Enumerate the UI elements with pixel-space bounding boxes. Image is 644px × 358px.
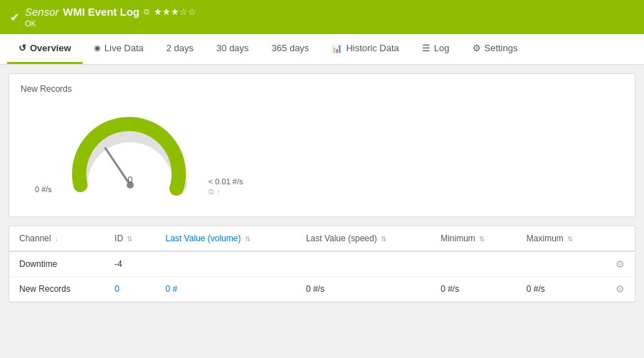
data-table-card: Channel ↓ ID ⇅ Last Value (volume) ⇅ Las…: [9, 226, 635, 302]
sensor-label: Sensor: [25, 6, 59, 18]
gauge-right-value: < 0.01 #/s: [208, 177, 243, 186]
sort-min-icon: ⇅: [479, 235, 485, 243]
col-last-value-speed[interactable]: Last Value (speed) ⇅: [296, 226, 431, 251]
tab-live-data[interactable]: ◉ Live Data: [83, 34, 155, 64]
cell-id-0: -4: [105, 251, 156, 277]
sort-vol-icon: ⇅: [245, 235, 250, 243]
gauge-wrapper: 0: [66, 107, 194, 199]
gear-icon-1[interactable]: ⚙: [616, 283, 625, 295]
gauge-right-icons: ⧉ ↑: [208, 187, 243, 196]
table-row: Downtime -4 ⚙: [9, 251, 635, 277]
tab-30days[interactable]: 30 days: [205, 34, 260, 64]
tab-2days[interactable]: 2 days: [155, 34, 205, 64]
link-icon[interactable]: ⧉: [144, 7, 149, 16]
page-header: ✔ Sensor WMI Event Log ⧉ ★★★☆☆ OK: [0, 0, 644, 34]
gauge-right-info: < 0.01 #/s ⧉ ↑: [208, 177, 243, 199]
star-rating[interactable]: ★★★☆☆: [154, 6, 196, 17]
tab-live-data-label: Live Data: [105, 43, 144, 53]
tab-historic-data-label: Historic Data: [346, 43, 398, 53]
gauge-svg: [66, 107, 194, 199]
cell-id-1: 0: [105, 277, 156, 302]
cell-max-1: 0 #/s: [517, 277, 606, 302]
status-check-icon: ✔: [10, 11, 19, 24]
gauge-card-title: New Records: [21, 84, 623, 94]
settings-icon: ⚙: [473, 43, 481, 53]
cell-vol-0: [156, 251, 296, 277]
gauge-left-label: 0 #/s: [35, 185, 52, 199]
svg-line-0: [105, 148, 130, 185]
overview-icon: ↺: [19, 43, 26, 53]
table-header-row: Channel ↓ ID ⇅ Last Value (volume) ⇅ Las…: [9, 226, 635, 251]
table-body: Downtime -4 ⚙ New Records 0 0 # 0 #/s: [9, 251, 635, 302]
cell-vol-1: 0 #: [156, 277, 296, 302]
sort-max-icon: ⇅: [567, 235, 573, 243]
gauge-container: 0 #/s 0 < 0.01 #: [21, 100, 623, 206]
cell-min-0: [431, 251, 517, 277]
cell-min-1: 0 #/s: [431, 277, 517, 302]
tab-log[interactable]: ☰ Log: [411, 34, 461, 64]
gear-icon-0[interactable]: ⚙: [616, 258, 625, 270]
cell-gear-1[interactable]: ⚙: [606, 277, 635, 302]
tab-settings-label: Settings: [485, 43, 518, 53]
cell-speed-1: 0 #/s: [296, 277, 431, 302]
tab-30days-label: 30 days: [216, 43, 249, 53]
col-last-value-vol[interactable]: Last Value (volume) ⇅: [156, 226, 296, 251]
header-info: Sensor WMI Event Log ⧉ ★★★☆☆ OK: [25, 6, 196, 28]
col-minimum[interactable]: Minimum ⇅: [431, 226, 517, 251]
sort-channel-icon: ↓: [55, 235, 58, 243]
tab-2days-label: 2 days: [167, 43, 194, 53]
status-badge: OK: [25, 19, 36, 28]
col-id[interactable]: ID ⇅: [105, 226, 156, 251]
table-header: Channel ↓ ID ⇅ Last Value (volume) ⇅ Las…: [9, 226, 635, 251]
tab-365days-label: 365 days: [272, 43, 310, 53]
tab-log-label: Log: [434, 43, 450, 53]
col-channel[interactable]: Channel ↓: [9, 226, 105, 251]
livedata-icon: ◉: [94, 43, 101, 53]
main-content: New Records 0 #/s 0: [0, 65, 644, 311]
tab-overview[interactable]: ↺ Overview: [7, 34, 83, 64]
gauge-card-inner: New Records 0 #/s 0: [9, 74, 635, 216]
nav-tabs-bar: ↺ Overview ◉ Live Data 2 days 30 days 36…: [0, 34, 644, 65]
sort-id-icon: ⇅: [127, 235, 132, 243]
sort-speed-icon: ⇅: [381, 235, 386, 243]
tab-overview-label: Overview: [30, 43, 71, 53]
page-title: WMI Event Log: [63, 6, 140, 18]
log-icon: ☰: [422, 43, 431, 53]
tab-historic-data[interactable]: 📊 Historic Data: [320, 34, 410, 64]
cell-speed-0: [296, 251, 431, 277]
gauge-center-value: 0: [127, 174, 132, 185]
historic-data-icon: 📊: [332, 43, 342, 53]
cell-channel-0: Downtime: [9, 251, 105, 277]
table-row: New Records 0 0 # 0 #/s 0 #/s 0 #/s ⚙: [9, 277, 635, 302]
data-table: Channel ↓ ID ⇅ Last Value (volume) ⇅ Las…: [9, 226, 635, 302]
tab-365days[interactable]: 365 days: [260, 34, 321, 64]
gauge-card: New Records 0 #/s 0: [9, 73, 635, 217]
tab-settings[interactable]: ⚙ Settings: [461, 34, 529, 64]
cell-gear-0[interactable]: ⚙: [606, 251, 635, 277]
cell-max-0: [517, 251, 606, 277]
col-maximum[interactable]: Maximum ⇅: [517, 226, 606, 251]
cell-channel-1: New Records: [9, 277, 105, 302]
col-actions: [606, 226, 635, 251]
